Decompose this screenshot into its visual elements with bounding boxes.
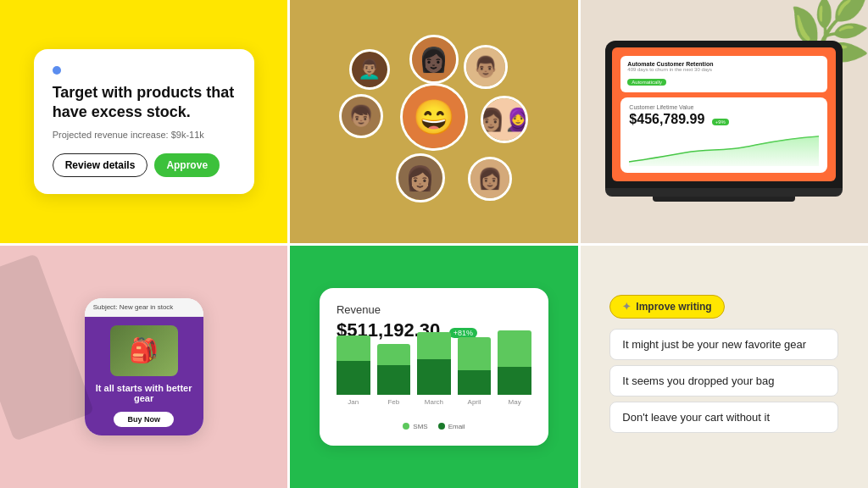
auto-badge: Automatically: [627, 79, 666, 86]
revenue-chart: Jan Feb March: [337, 353, 531, 421]
product-image: 🎒: [110, 325, 178, 376]
email-mockup: Subject: New gear in stock 🎒 It all star…: [85, 298, 203, 435]
review-details-button[interactable]: Review details: [53, 153, 148, 177]
avatar-left: 👦🏽: [339, 94, 383, 138]
avatar-center: 😄: [400, 83, 468, 151]
clv-chart: [629, 132, 819, 166]
bar-may-stack: [498, 330, 531, 395]
bar-march-bottom: [417, 359, 451, 395]
suggestion-1-text: It might just be your new favorite gear: [622, 338, 806, 351]
approve-button[interactable]: Approve: [154, 153, 220, 177]
cell-targeting: Target with products that have excess st…: [0, 0, 287, 243]
laptop-stand: [653, 197, 795, 202]
main-grid: Target with products that have excess st…: [0, 0, 868, 488]
legend-email-label: Email: [448, 423, 465, 430]
bar-jan-bottom: [337, 361, 370, 395]
shadow-decoration: [0, 252, 94, 441]
retention-subtitle: 409 days to churn in the next 30 days: [627, 67, 821, 72]
clv-badge: +9%: [712, 119, 729, 125]
bar-april: April: [458, 337, 492, 406]
avatar-bottom-left: 👩🏽: [396, 153, 445, 202]
revenue-label: Revenue: [337, 303, 531, 316]
bar-feb-bottom: [377, 365, 411, 395]
bar-feb: Feb: [377, 344, 411, 406]
avatar-top: 👩🏿: [409, 35, 459, 84]
suggestion-2[interactable]: It seems you dropped your bag: [609, 365, 838, 396]
avatar-top-left: 👨🏽‍🦱: [349, 49, 390, 90]
cell-avatars: 😄 👩🏿 👨🏽 👩🏽‍🧕 👩🏽 👩🏽: [290, 0, 577, 243]
product-emoji: 🎒: [129, 336, 159, 364]
email-body: 🎒 It all starts with better gear Buy Now: [85, 317, 203, 435]
targeting-title: Target with products that have excess st…: [53, 83, 236, 123]
laptop-base: [605, 188, 843, 197]
bar-jan-stack: [337, 336, 370, 395]
avatar-top-right: 👨🏽: [464, 45, 508, 89]
clv-value: $456,789.99: [629, 112, 704, 126]
avatar-bottom-right: 👩🏽: [468, 157, 512, 201]
legend-sms-dot: [403, 423, 409, 430]
email-subject: Subject: New gear in stock: [85, 298, 203, 317]
cell-writing: ✦ Improve writing It might just be your …: [581, 246, 868, 489]
targeting-subtitle: Projected revenue increase: $9k-11k: [53, 130, 236, 140]
bar-april-bottom: [458, 370, 492, 395]
clv-label: Customer Lifetime Value: [629, 104, 819, 110]
buy-now-button[interactable]: Buy Now: [114, 412, 174, 427]
legend-sms-label: SMS: [413, 423, 427, 430]
bar-may-top: [498, 330, 531, 367]
bar-april-label: April: [468, 398, 481, 406]
bar-feb-stack: [377, 344, 411, 395]
revenue-card: Revenue $511,192.30 +81% Jan: [320, 288, 548, 446]
suggestion-3[interactable]: Don't leave your cart without it: [609, 402, 838, 433]
legend-email: Email: [438, 423, 465, 430]
suggestions-panel: ✦ Improve writing It might just be your …: [609, 295, 838, 438]
avatar-right: 👩🏽‍🧕: [481, 96, 528, 143]
card-indicator: [53, 66, 61, 75]
bar-march-stack: [417, 332, 451, 395]
targeting-card: Target with products that have excess st…: [34, 49, 254, 194]
chart-legend: SMS Email: [337, 423, 531, 430]
bar-jan: Jan: [337, 336, 370, 406]
bar-may: May: [498, 330, 531, 406]
clv-card: Customer Lifetime Value $456,789.99 +9%: [620, 97, 827, 173]
email-headline: It all starts with better gear: [93, 383, 195, 403]
bar-jan-top: [337, 336, 370, 361]
legend-sms: SMS: [403, 423, 427, 430]
bar-jan-label: Jan: [348, 398, 359, 406]
bar-may-label: May: [509, 398, 521, 406]
bar-may-bottom: [498, 367, 531, 395]
legend-email-dot: [438, 423, 445, 430]
laptop-screen: Automate Customer Retention 409 days to …: [612, 47, 836, 181]
laptop-body: Automate Customer Retention 409 days to …: [605, 41, 843, 188]
retention-title: Automate Customer Retention: [627, 61, 821, 67]
retention-card: Automate Customer Retention 409 days to …: [620, 56, 827, 92]
cell-email: Subject: New gear in stock 🎒 It all star…: [0, 246, 287, 489]
bar-march-top: [417, 332, 451, 359]
cell-revenue: Revenue $511,192.30 +81% Jan: [290, 246, 577, 489]
suggestion-3-text: Don't leave your cart without it: [622, 411, 770, 424]
improve-icon: ✦: [622, 301, 631, 313]
avatars-group: 😄 👩🏿 👨🏽 👩🏽‍🧕 👩🏽 👩🏽: [324, 28, 544, 214]
suggestion-1[interactable]: It might just be your new favorite gear: [609, 329, 838, 360]
suggestion-2-text: It seems you dropped your bag: [622, 374, 774, 387]
bar-march: March: [417, 332, 451, 406]
bar-feb-label: Feb: [387, 398, 399, 406]
bar-april-top: [458, 337, 492, 370]
bar-feb-top: [377, 344, 411, 365]
improve-label: Improve writing: [636, 301, 711, 313]
improve-writing-button[interactable]: ✦ Improve writing: [609, 295, 724, 319]
bar-march-label: March: [425, 398, 443, 406]
cell-laptop: 🌿 Automate Customer Retention 409 days t…: [581, 0, 868, 243]
revenue-badge: +81%: [449, 328, 477, 338]
laptop: Automate Customer Retention 409 days to …: [605, 41, 843, 202]
targeting-buttons: Review details Approve: [53, 153, 236, 177]
bar-april-stack: [458, 337, 492, 395]
